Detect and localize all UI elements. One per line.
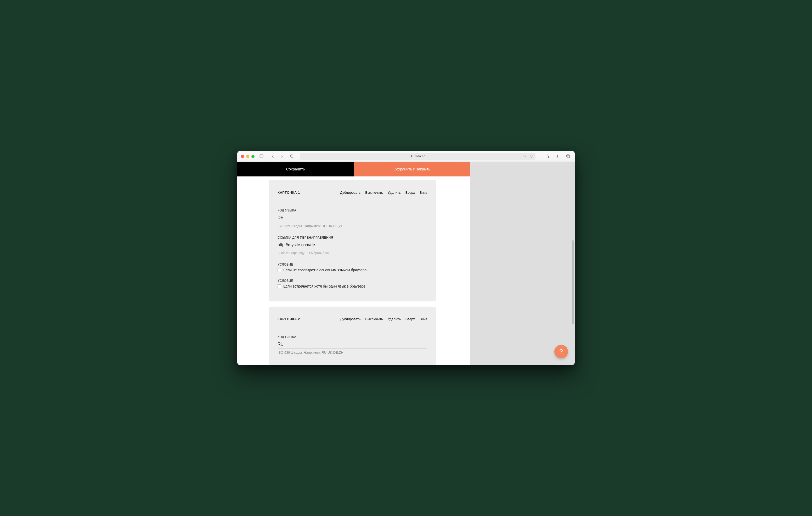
svg-rect-0 xyxy=(260,155,263,158)
card-1-cond1-checkbox[interactable] xyxy=(278,268,281,272)
card-2: КАРТОЧКА 2 Дублировать Выключить Удалить… xyxy=(269,307,436,365)
card-1-cond2-label: УСЛОВИЕ xyxy=(278,279,427,282)
translate-icon[interactable] xyxy=(523,154,527,158)
card-1-delete[interactable]: Удалить xyxy=(388,190,401,194)
minimize-window-button[interactable] xyxy=(246,155,249,158)
help-fab[interactable]: ? xyxy=(554,345,568,358)
card-2-delete[interactable]: Удалить xyxy=(388,317,401,321)
card-1-pick-block[interactable]: Выбрать блок xyxy=(309,251,329,255)
close-window-button[interactable] xyxy=(241,155,244,158)
preview-panel xyxy=(470,162,575,365)
card-2-lang-input[interactable] xyxy=(278,341,427,348)
address-bar[interactable]: tilda.cc xyxy=(300,153,535,160)
svg-rect-6 xyxy=(567,155,569,157)
editor-panel: Сохранить Сохранить и закрыть КАРТОЧКА 1… xyxy=(237,162,470,365)
sidebar-toggle-icon[interactable] xyxy=(258,153,264,159)
card-1-cond1-label: УСЛОВИЕ xyxy=(278,263,427,266)
card-2-lang-hint: ISO 639-1 коды. Например: RU,UK,DE,ZH xyxy=(278,351,427,355)
cards-scroll[interactable]: КАРТОЧКА 1 Дублировать Выключить Удалить… xyxy=(237,177,470,365)
new-tab-icon[interactable] xyxy=(554,153,560,159)
card-1: КАРТОЧКА 1 Дублировать Выключить Удалить… xyxy=(269,180,436,301)
card-1-lang-label: КОД ЯЗЫКА xyxy=(278,209,427,212)
browser-titlebar: tilda.cc xyxy=(237,151,575,162)
lock-icon xyxy=(410,155,413,158)
card-1-pick-page[interactable]: Выбрать страницу xyxy=(278,251,304,255)
card-1-actions: Дублировать Выключить Удалить Вверх Вниз xyxy=(340,190,427,194)
card-2-up[interactable]: Вверх xyxy=(405,317,415,321)
card-1-url-label: ССЫЛКА ДЛЯ ПЕРЕНАПРАВЛЕНИЯ xyxy=(278,236,427,239)
card-1-down[interactable]: Вниз xyxy=(419,190,427,194)
card-1-cond1-text: Если не совпадает с основным языком брау… xyxy=(283,268,367,272)
card-1-lang-input[interactable] xyxy=(278,214,427,222)
maximize-window-button[interactable] xyxy=(252,155,255,158)
svg-rect-5 xyxy=(567,155,569,158)
card-1-url-input[interactable] xyxy=(278,242,427,249)
page-body: Сохранить Сохранить и закрыть КАРТОЧКА 1… xyxy=(237,162,575,365)
url-host: tilda.cc xyxy=(415,154,425,158)
save-and-close-button[interactable]: Сохранить и закрыть xyxy=(354,162,470,177)
forward-button[interactable] xyxy=(279,153,285,159)
card-1-title: КАРТОЧКА 1 xyxy=(278,190,300,194)
card-2-duplicate[interactable]: Дублировать xyxy=(340,317,360,321)
card-1-cond2-text: Если встречается хотя бы один язык в бра… xyxy=(283,284,366,288)
card-1-disable[interactable]: Выключить xyxy=(365,190,383,194)
card-1-cond2-checkbox[interactable] xyxy=(278,284,281,288)
reload-icon[interactable] xyxy=(529,154,533,158)
browser-window: tilda.cc Сохранить xyxy=(237,151,575,365)
back-button[interactable] xyxy=(270,153,276,159)
card-2-title: КАРТОЧКА 2 xyxy=(278,317,300,321)
save-button[interactable]: Сохранить xyxy=(237,162,354,177)
privacy-shield-icon[interactable] xyxy=(289,153,295,159)
card-1-lang-hint: ISO 639-1 коды. Например: RU,UK,DE,ZH xyxy=(278,224,427,228)
card-1-duplicate[interactable]: Дублировать xyxy=(340,190,360,194)
card-1-up[interactable]: Вверх xyxy=(405,190,415,194)
card-2-actions: Дублировать Выключить Удалить Вверх Вниз xyxy=(340,317,427,321)
tabs-overview-icon[interactable] xyxy=(565,153,571,159)
card-2-disable[interactable]: Выключить xyxy=(365,317,383,321)
card-2-down[interactable]: Вниз xyxy=(419,317,427,321)
card-2-lang-label: КОД ЯЗЫКА xyxy=(278,335,427,339)
window-controls xyxy=(241,155,255,158)
share-icon[interactable] xyxy=(544,153,550,159)
editor-header: Сохранить Сохранить и закрыть xyxy=(237,162,470,177)
preview-scrollbar[interactable] xyxy=(572,240,574,324)
